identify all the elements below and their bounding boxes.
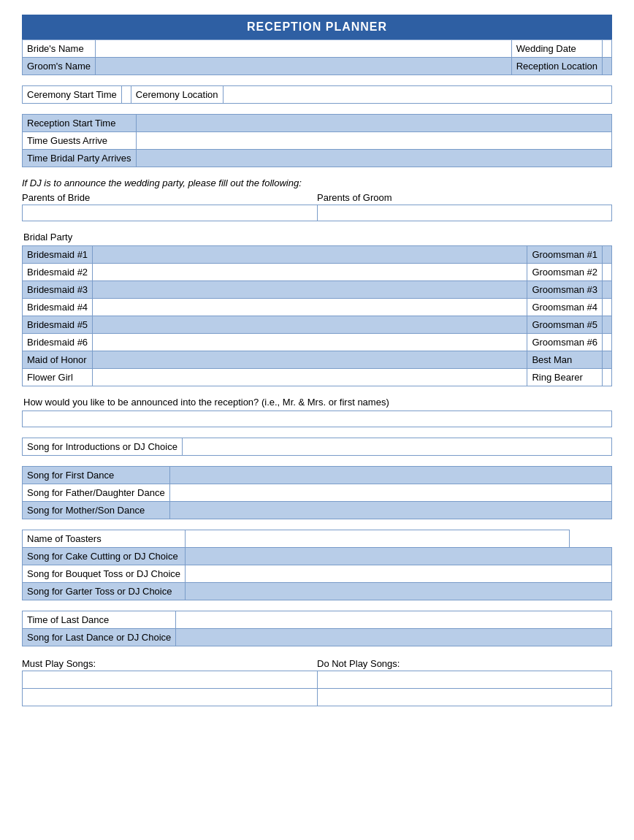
bridesmaid4-label: Bridesmaid #4 <box>23 299 93 316</box>
last-dance-time-value[interactable] <box>176 611 612 629</box>
bridal-party-title: Bridal Party <box>22 232 612 243</box>
ceremony-start-time-label: Ceremony Start Time <box>23 86 122 104</box>
garter-toss-value[interactable] <box>186 583 612 600</box>
wedding-date-value[interactable] <box>603 40 612 58</box>
table-row: Bridesmaid #2 Groomsman #2 <box>23 264 612 281</box>
play-songs-table <box>22 671 612 706</box>
must-play-row1[interactable] <box>23 671 318 689</box>
brides-name-value[interactable] <box>96 40 512 58</box>
announcement-table <box>22 411 612 427</box>
wedding-date-label: Wedding Date <box>511 40 602 58</box>
ring-bearer-label: Ring Bearer <box>527 369 603 386</box>
reception-start-time-label: Reception Start Time <box>23 115 137 132</box>
do-not-play-row1[interactable] <box>317 671 612 689</box>
ceremony-location-value[interactable] <box>223 86 611 104</box>
dance-songs-table: Song for First Dance Song for Father/Dau… <box>22 466 612 519</box>
must-play-label: Must Play Songs: <box>22 657 317 671</box>
table-row: Bridesmaid #3 Groomsman #3 <box>23 281 612 299</box>
table-row: Bridesmaid #6 Groomsman #6 <box>23 334 612 351</box>
reception-times-table: Reception Start Time Time Guests Arrive … <box>22 114 612 167</box>
bouquet-toss-value[interactable] <box>186 565 612 583</box>
table-row: Bridesmaid #5 Groomsman #5 <box>23 316 612 334</box>
parents-table: Parents of Bride Parents of Groom <box>22 191 612 205</box>
table-row: Bridesmaid #4 Groomsman #4 <box>23 299 612 316</box>
introductions-value[interactable] <box>182 438 611 456</box>
groomsman1-value[interactable] <box>603 246 612 264</box>
groomsman2-value[interactable] <box>603 264 612 281</box>
bridesmaid3-label: Bridesmaid #3 <box>23 281 93 299</box>
groomsman5-value[interactable] <box>603 316 612 334</box>
reception-location-value[interactable] <box>603 58 612 75</box>
grooms-name-label: Groom's Name <box>23 58 96 75</box>
ceremony-location-label: Ceremony Location <box>131 86 223 104</box>
last-dance-time-label: Time of Last Dance <box>23 611 176 629</box>
guests-arrive-value[interactable] <box>136 132 611 150</box>
bridesmaid2-label: Bridesmaid #2 <box>23 264 93 281</box>
parents-bride-label: Parents of Bride <box>22 191 317 205</box>
ceremony-table: Ceremony Start Time Ceremony Location <box>22 85 612 104</box>
do-not-play-row2[interactable] <box>317 689 612 706</box>
parents-bride-value[interactable] <box>23 205 318 221</box>
bridesmaid4-value[interactable] <box>93 299 527 316</box>
groomsman4-value[interactable] <box>603 299 612 316</box>
bridesmaid1-value[interactable] <box>93 246 527 264</box>
table-row: Flower Girl Ring Bearer <box>23 369 612 386</box>
bouquet-toss-label: Song for Bouquet Toss or DJ Choice <box>23 565 186 583</box>
flower-girl-value[interactable] <box>93 369 527 386</box>
bridesmaid6-value[interactable] <box>93 334 527 351</box>
introductions-table: Song for Introductions or DJ Choice <box>22 438 612 456</box>
bridesmaid5-label: Bridesmaid #5 <box>23 316 93 334</box>
groomsman5-label: Groomsman #5 <box>527 316 603 334</box>
parents-groom-value[interactable] <box>317 205 612 221</box>
groomsman6-label: Groomsman #6 <box>527 334 603 351</box>
reception-location-label: Reception Location <box>511 58 602 75</box>
last-dance-table: Time of Last Dance Song for Last Dance o… <box>22 611 612 646</box>
bridal-party-arrives-value[interactable] <box>136 150 611 167</box>
groomsman3-label: Groomsman #3 <box>527 281 603 299</box>
groomsman2-label: Groomsman #2 <box>527 264 603 281</box>
table-row: Maid of Honor Best Man <box>23 351 612 369</box>
parents-groom-label: Parents of Groom <box>317 191 612 205</box>
must-play-row2[interactable] <box>23 689 318 706</box>
father-daughter-label: Song for Father/Daughter Dance <box>23 484 170 502</box>
cake-cutting-label: Song for Cake Cutting or DJ Choice <box>23 548 186 565</box>
toasters-value[interactable] <box>186 530 570 548</box>
last-dance-song-value[interactable] <box>176 629 612 646</box>
header-info-table: Bride's Name Wedding Date Groom's Name R… <box>22 39 612 75</box>
bridal-party-table: Bridesmaid #1 Groomsman #1 Bridesmaid #2… <box>22 245 612 386</box>
maid-of-honor-label: Maid of Honor <box>23 351 93 369</box>
bridesmaid6-label: Bridesmaid #6 <box>23 334 93 351</box>
groomsman6-value[interactable] <box>603 334 612 351</box>
bridal-party-arrives-label: Time Bridal Party Arrives <box>23 150 137 167</box>
bridesmaid1-label: Bridesmaid #1 <box>23 246 93 264</box>
play-songs-headers: Must Play Songs: Do Not Play Songs: <box>22 657 612 671</box>
first-dance-value[interactable] <box>169 467 611 484</box>
do-not-play-label: Do Not Play Songs: <box>317 657 612 671</box>
events-table: Name of Toasters Song for Cake Cutting o… <box>22 530 612 600</box>
reception-start-time-value[interactable] <box>136 115 611 132</box>
groomsman3-value[interactable] <box>603 281 612 299</box>
bridesmaid5-value[interactable] <box>93 316 527 334</box>
mother-son-label: Song for Mother/Son Dance <box>23 502 170 519</box>
cake-cutting-value[interactable] <box>186 548 612 565</box>
announcement-question: How would you like to be announced into … <box>22 397 612 408</box>
table-row: Bridesmaid #1 Groomsman #1 <box>23 246 612 264</box>
page-title: RECEPTION PLANNER <box>22 15 612 39</box>
maid-of-honor-value[interactable] <box>93 351 527 369</box>
introductions-label: Song for Introductions or DJ Choice <box>23 438 183 456</box>
guests-arrive-label: Time Guests Arrive <box>23 132 137 150</box>
groomsman1-label: Groomsman #1 <box>527 246 603 264</box>
mother-son-value[interactable] <box>169 502 611 519</box>
bridesmaid2-value[interactable] <box>93 264 527 281</box>
father-daughter-value[interactable] <box>169 484 611 502</box>
last-dance-song-label: Song for Last Dance or DJ Choice <box>23 629 176 646</box>
best-man-label: Best Man <box>527 351 603 369</box>
bridesmaid3-value[interactable] <box>93 281 527 299</box>
groomsman4-label: Groomsman #4 <box>527 299 603 316</box>
announcement-value[interactable] <box>23 411 612 427</box>
parents-values-table <box>22 205 612 221</box>
best-man-value[interactable] <box>603 351 612 369</box>
ring-bearer-value[interactable] <box>603 369 612 386</box>
ceremony-start-time-value[interactable] <box>121 86 131 104</box>
grooms-name-value[interactable] <box>96 58 512 75</box>
